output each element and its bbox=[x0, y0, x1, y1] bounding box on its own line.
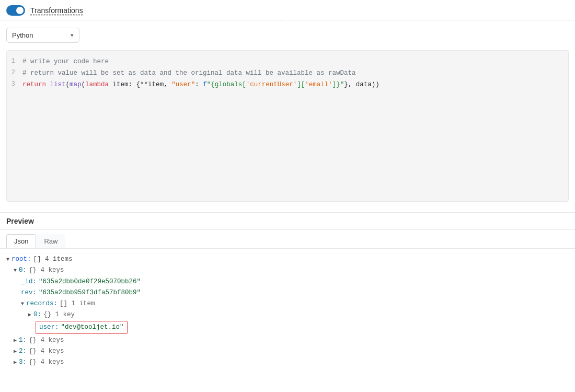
item-1-arrow[interactable] bbox=[14, 336, 17, 345]
field-user-key: user: bbox=[39, 322, 59, 333]
field-rev-key: rev: bbox=[21, 287, 37, 298]
code-line-2: 2 # return value will be set as data and… bbox=[7, 67, 568, 79]
tree-item-3: 3: {} 4 keys bbox=[14, 357, 569, 368]
line-number-1: 1 bbox=[7, 56, 22, 66]
language-dropdown[interactable]: Python ▾ bbox=[6, 28, 79, 43]
field-records-key: records: bbox=[26, 298, 58, 309]
item-2-meta: {} 4 keys bbox=[29, 346, 64, 357]
tree-field-records: records: [] 1 item bbox=[21, 298, 569, 309]
item-3-meta: {} 4 keys bbox=[29, 357, 64, 368]
line-number-2: 2 bbox=[7, 68, 22, 78]
tree-item-1: 1: {} 4 keys bbox=[14, 335, 569, 346]
item-1-key: 1: bbox=[19, 335, 27, 346]
root-arrow[interactable] bbox=[6, 255, 9, 264]
preview-header: Preview bbox=[0, 212, 575, 230]
json-tree: root: [] 4 items 0: {} 4 keys _id: "635a… bbox=[0, 249, 575, 374]
code-content-3: return list(map(lambda item: {**item, "u… bbox=[22, 79, 568, 90]
language-dropdown-section: Python ▾ bbox=[0, 20, 575, 50]
header-section: Transformations bbox=[0, 0, 575, 20]
item-2-key: 2: bbox=[19, 346, 27, 357]
field-id-key: _id: bbox=[21, 276, 37, 287]
line-number-3: 3 bbox=[7, 79, 22, 89]
preview-section: Preview Json Raw root: [] 4 items 0: {} … bbox=[0, 212, 575, 374]
code-line-1: 1 # write your code here bbox=[7, 56, 568, 67]
records-arrow[interactable] bbox=[21, 299, 24, 308]
tree-field-rev: rev: "635a2dbb959f3dfa57bf80b9" bbox=[21, 287, 569, 298]
tree-field-user-highlighted: user: "dev@tooljet.io" bbox=[36, 321, 128, 334]
code-content-2: # return value will be set as data and t… bbox=[22, 68, 568, 78]
root-meta: [] 4 items bbox=[33, 254, 73, 265]
code-line-3: 3 return list(map(lambda item: {**item, … bbox=[7, 79, 568, 90]
item-0-key: 0: bbox=[19, 265, 27, 276]
tree-field-id: _id: "635a2dbb0de0f29e5070bb26" bbox=[21, 276, 569, 287]
root-key: root: bbox=[12, 254, 31, 265]
tabs-bar: Json Raw bbox=[0, 230, 575, 249]
chevron-down-icon: ▾ bbox=[71, 32, 74, 39]
transformations-toggle[interactable] bbox=[6, 5, 25, 16]
transformations-label: Transformations bbox=[30, 6, 83, 15]
tab-raw[interactable]: Raw bbox=[36, 234, 65, 248]
item-0-arrow[interactable] bbox=[14, 266, 17, 275]
language-selected: Python bbox=[12, 31, 33, 39]
code-editor[interactable]: 1 # write your code here 2 # return valu… bbox=[6, 50, 569, 202]
item-3-arrow[interactable] bbox=[14, 358, 17, 367]
tree-item-0: 0: {} 4 keys bbox=[14, 265, 569, 276]
item-3-key: 3: bbox=[19, 357, 27, 368]
item-1-meta: {} 4 keys bbox=[29, 335, 64, 346]
records-0-meta: {} 1 key bbox=[43, 309, 75, 320]
item-0-meta: {} 4 keys bbox=[29, 265, 64, 276]
field-rev-val: "635a2dbb959f3dfa57bf80b9" bbox=[39, 287, 141, 298]
item-2-arrow[interactable] bbox=[14, 347, 17, 356]
tree-item-2: 2: {} 4 keys bbox=[14, 346, 569, 357]
code-content-1: # write your code here bbox=[22, 56, 568, 67]
field-id-val: "635a2dbb0de0f29e5070bb26" bbox=[39, 276, 141, 287]
field-records-meta: [] 1 item bbox=[60, 298, 95, 309]
preview-title: Preview bbox=[6, 217, 34, 225]
records-0-arrow[interactable] bbox=[28, 310, 31, 319]
tree-root: root: [] 4 items bbox=[6, 254, 569, 265]
tree-records-0: 0: {} 1 key bbox=[28, 309, 569, 320]
tab-json[interactable]: Json bbox=[6, 234, 36, 248]
records-0-key: 0: bbox=[33, 309, 41, 320]
field-user-val: "dev@tooljet.io" bbox=[61, 322, 124, 333]
